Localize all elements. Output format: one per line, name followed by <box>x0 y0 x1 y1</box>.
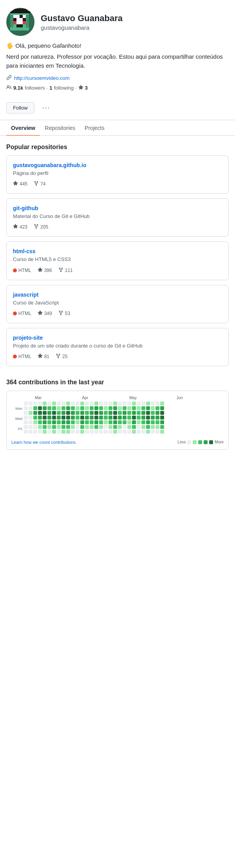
day-cell <box>57 416 61 420</box>
day-cell <box>80 402 84 405</box>
day-cell <box>99 411 103 415</box>
day-cell <box>141 425 145 429</box>
repo-name-4[interactable]: javascript <box>13 292 222 298</box>
month-apr: Apr <box>82 396 130 400</box>
day-cell <box>90 416 94 420</box>
day-cell <box>43 420 47 424</box>
repo-name-5[interactable]: projeto-site <box>13 335 222 341</box>
svg-rect-15 <box>16 18 20 21</box>
follow-button[interactable]: Follow <box>6 102 34 113</box>
day-cell <box>113 411 117 415</box>
day-cell <box>33 406 37 410</box>
day-cell <box>47 416 51 420</box>
svg-rect-19 <box>10 21 13 24</box>
lang-dot-5 <box>13 355 17 358</box>
graph-month-labels: Mar Apr May Jun <box>11 396 224 400</box>
day-cell <box>141 402 145 405</box>
day-cell <box>33 416 37 420</box>
day-cell <box>160 420 164 424</box>
day-cell <box>47 420 51 424</box>
day-cell <box>132 402 136 405</box>
repo-name-3[interactable]: html-css <box>13 248 222 254</box>
repo-name-1[interactable]: gustavoguanabara.github.io <box>13 162 222 168</box>
day-cell <box>99 406 103 410</box>
day-cell <box>99 420 103 424</box>
tab-overview[interactable]: Overview <box>6 120 40 136</box>
day-cell <box>132 430 136 434</box>
week-col-5 <box>47 402 51 436</box>
day-cell <box>160 425 164 429</box>
avatar <box>6 8 34 36</box>
tab-projects[interactable]: Projects <box>80 120 109 136</box>
day-cell <box>57 430 61 434</box>
repo-meta-5: HTML 81 25 <box>13 353 222 360</box>
day-cell <box>66 425 70 429</box>
day-cell <box>127 416 131 420</box>
repo-lang-3: HTML <box>13 268 31 273</box>
week-col-16 <box>99 402 103 436</box>
day-cell <box>24 411 28 415</box>
website-link[interactable]: http://cursoemvideo.com <box>6 75 229 81</box>
repo-desc-5: Projeto de um site criado durante o curs… <box>13 342 222 349</box>
contributions-legend: Less More <box>177 440 224 444</box>
day-cell <box>47 430 51 434</box>
day-cell <box>104 430 108 434</box>
day-cell <box>61 416 65 420</box>
learn-contributions-link[interactable]: Learn how we count contributions. <box>11 440 77 445</box>
more-button[interactable]: ··· <box>39 102 54 113</box>
week-col-6 <box>52 402 56 436</box>
day-cell <box>57 406 61 410</box>
day-cell <box>61 430 65 434</box>
day-cell <box>80 406 84 410</box>
day-cell <box>146 420 150 424</box>
week-col-10 <box>71 402 75 436</box>
day-cell <box>57 420 61 424</box>
week-col-29 <box>160 402 164 436</box>
followers-label: followers <box>25 85 45 91</box>
day-cell <box>99 430 103 434</box>
day-cell <box>137 402 141 405</box>
day-cell <box>160 402 164 405</box>
day-cell <box>38 430 42 434</box>
day-cell <box>113 416 117 420</box>
svg-rect-11 <box>23 15 26 18</box>
day-cell <box>146 425 150 429</box>
day-cell <box>90 425 94 429</box>
svg-rect-28 <box>20 24 23 27</box>
week-col-7 <box>57 402 61 436</box>
svg-rect-7 <box>10 15 13 18</box>
day-cell <box>43 430 47 434</box>
repo-name-2[interactable]: git-github <box>13 205 222 211</box>
day-cell <box>104 420 108 424</box>
day-cell <box>90 420 94 424</box>
repo-desc-2: Material do Curso de Git e GitHub <box>13 213 222 220</box>
day-cell <box>33 402 37 405</box>
legend-cell-2 <box>198 440 202 444</box>
svg-rect-22 <box>20 21 23 24</box>
day-cell <box>76 406 80 410</box>
profile-header: Gustavo Guanabara gustavoguanabara <box>0 0 235 41</box>
day-cell <box>90 411 94 415</box>
week-col-13 <box>85 402 89 436</box>
day-cell <box>127 411 131 415</box>
tab-repositories[interactable]: Repositories <box>40 120 80 136</box>
week-col-20 <box>118 402 122 436</box>
day-cell <box>118 416 122 420</box>
week-col-8 <box>61 402 65 436</box>
week-col-11 <box>76 402 80 436</box>
day-cell <box>80 411 84 415</box>
week-col-3 <box>38 402 42 436</box>
day-cell <box>94 430 98 434</box>
followers-icon <box>6 85 12 91</box>
legend-cell-1 <box>193 440 197 444</box>
week-col-25 <box>141 402 145 436</box>
week-col-18 <box>108 402 112 436</box>
day-cell <box>104 411 108 415</box>
repo-desc-1: Página do perfil <box>13 170 222 177</box>
day-cell <box>146 406 150 410</box>
day-cell <box>33 425 37 429</box>
fork-icon-3 <box>58 267 63 274</box>
day-cell <box>47 411 51 415</box>
repo-stars-5: 81 <box>38 353 49 360</box>
month-jun: Jun <box>177 396 224 400</box>
